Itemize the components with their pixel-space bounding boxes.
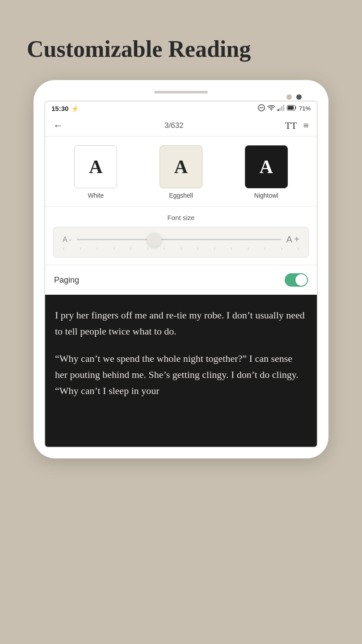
font-increase-label: A +	[286, 234, 299, 245]
tick-15	[298, 247, 299, 250]
theme-letter-white: A	[89, 156, 102, 178]
signal-icon	[278, 105, 285, 112]
tick-6	[147, 247, 148, 250]
slider-track[interactable]	[77, 239, 281, 240]
phone-frame: 15:30 ⚡	[34, 80, 328, 458]
battery-percent: 71%	[299, 105, 311, 112]
font-decrease-label: A -	[63, 236, 72, 244]
status-time: 15:30	[51, 105, 68, 112]
slider-ticks	[63, 247, 299, 250]
tick-11	[231, 247, 232, 250]
dot-1	[286, 94, 292, 100]
paging-toggle[interactable]	[285, 273, 308, 287]
reading-text: I pry her fingers off me and re-tie my r…	[55, 307, 307, 399]
tick-1	[63, 247, 64, 250]
battery-icon	[287, 105, 297, 112]
svg-rect-6	[283, 105, 284, 111]
tick-3	[97, 247, 97, 250]
dnd-icon	[258, 104, 265, 113]
page-indicator: 3/632	[164, 121, 184, 130]
page-title-text: Customizable Reading	[0, 0, 362, 80]
theme-option-nightowl[interactable]: A Nightowl	[245, 145, 288, 199]
tick-5	[130, 247, 131, 250]
theme-label-eggshell: Eggshell	[169, 192, 193, 199]
tick-4	[114, 247, 114, 250]
tick-2	[80, 247, 81, 250]
tick-10	[215, 247, 215, 250]
theme-label-white: White	[88, 192, 104, 199]
svg-rect-3	[278, 109, 279, 111]
font-size-slider-container: A - A +	[53, 227, 309, 258]
status-left: 15:30 ⚡	[51, 105, 79, 112]
reading-paragraph-2: “Why can’t we spend the whole night toge…	[55, 351, 307, 399]
svg-rect-4	[279, 108, 281, 111]
theme-box-eggshell[interactable]: A	[160, 145, 202, 188]
font-size-icon[interactable]: TT	[285, 120, 297, 131]
back-button[interactable]: ←	[53, 120, 63, 131]
theme-option-white[interactable]: A White	[74, 145, 117, 199]
svg-rect-8	[288, 106, 294, 110]
status-bar: 15:30 ⚡	[45, 102, 317, 115]
reading-area: I pry her fingers off me and re-tie my r…	[45, 295, 317, 447]
wifi-icon	[267, 105, 275, 112]
reading-paragraph-1: I pry her fingers off me and re-tie my r…	[55, 307, 307, 340]
tick-7	[164, 247, 164, 250]
theme-section: A White A Eggshell A Nightowl	[45, 136, 317, 207]
svg-point-2	[271, 110, 272, 110]
phone-notch	[154, 91, 208, 93]
theme-box-white[interactable]: A	[74, 145, 117, 188]
tick-9	[198, 247, 198, 250]
theme-options: A White A Eggshell A Nightowl	[53, 145, 309, 199]
paging-label: Paging	[54, 275, 79, 285]
theme-box-nightowl[interactable]: A	[245, 145, 288, 188]
top-nav: ← 3/632 TT ≡	[45, 115, 317, 136]
theme-label-nightowl: Nightowl	[254, 192, 278, 199]
font-size-label: Font size	[53, 214, 309, 221]
toggle-thumb	[295, 274, 307, 286]
slider-row: A - A +	[63, 234, 299, 245]
paging-section: Paging	[45, 265, 317, 295]
slider-thumb[interactable]	[147, 233, 161, 247]
menu-icon[interactable]: ≡	[303, 120, 309, 131]
tick-13	[265, 247, 265, 250]
svg-rect-5	[281, 106, 282, 111]
status-right: 71%	[258, 104, 311, 113]
tick-12	[248, 247, 248, 250]
lightning-icon: ⚡	[71, 105, 79, 112]
dot-2	[296, 94, 302, 100]
theme-option-eggshell[interactable]: A Eggshell	[160, 145, 202, 199]
nav-icons-group: TT ≡	[285, 120, 309, 131]
font-size-section: Font size A - A +	[45, 207, 317, 265]
theme-letter-nightowl: A	[259, 156, 273, 178]
tick-8	[181, 247, 181, 250]
pagination-dots	[286, 94, 302, 100]
tick-14	[282, 247, 282, 250]
phone-screen: 15:30 ⚡	[44, 101, 318, 448]
theme-letter-eggshell: A	[174, 156, 188, 178]
